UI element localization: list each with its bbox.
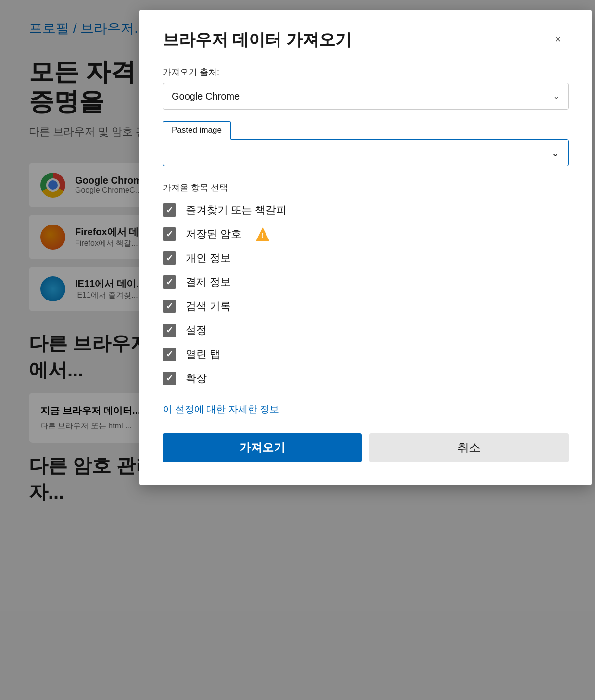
checkbox-list: 즐겨찾기 또는 책갈피저장된 암호개인 정보결제 정보검색 기록설정열린 탭확장 bbox=[163, 203, 569, 386]
checkbox-item-open_tabs[interactable]: 열린 탭 bbox=[163, 347, 569, 362]
checkbox-label-settings: 설정 bbox=[186, 323, 207, 338]
close-button[interactable]: × bbox=[547, 29, 569, 50]
modal-title: 브라우저 데이터 가져오기 bbox=[163, 29, 352, 51]
checkbox-item-history[interactable]: 검색 기록 bbox=[163, 299, 569, 313]
checkbox-item-settings[interactable]: 설정 bbox=[163, 323, 569, 338]
modal-header: 브라우저 데이터 가져오기 × bbox=[163, 29, 569, 51]
source-label: 가져오기 출처: bbox=[163, 66, 569, 78]
import-browser-data-modal: 브라우저 데이터 가져오기 × 가져오기 출처: Google Chrome F… bbox=[139, 10, 592, 485]
import-button[interactable]: 가져오기 bbox=[163, 433, 362, 462]
checkbox-item-passwords[interactable]: 저장된 암호 bbox=[163, 227, 569, 241]
checkbox-bookmarks[interactable] bbox=[163, 203, 176, 217]
profile-select[interactable]: ⌄ bbox=[163, 139, 569, 166]
checkbox-settings[interactable] bbox=[163, 324, 176, 337]
checkbox-label-history: 검색 기록 bbox=[186, 299, 231, 313]
checkbox-open_tabs[interactable] bbox=[163, 348, 176, 361]
source-select-wrapper: Google Chrome Firefox Internet Explorer … bbox=[163, 83, 569, 110]
checkbox-item-payment[interactable]: 결제 정보 bbox=[163, 275, 569, 289]
checkbox-extensions[interactable] bbox=[163, 372, 176, 385]
checkbox-label-passwords: 저장된 암호 bbox=[186, 227, 241, 241]
profile-tab: Pasted image bbox=[163, 121, 231, 140]
info-link[interactable]: 이 설정에 대한 자세한 정보 bbox=[163, 403, 569, 416]
checkbox-item-bookmarks[interactable]: 즐겨찾기 또는 책갈피 bbox=[163, 203, 569, 217]
items-section-label: 가져올 항목 선택 bbox=[163, 182, 569, 193]
checkbox-label-personal_info: 개인 정보 bbox=[186, 251, 231, 265]
cancel-button[interactable]: 취소 bbox=[369, 433, 569, 462]
checkbox-item-personal_info[interactable]: 개인 정보 bbox=[163, 251, 569, 265]
checkbox-label-extensions: 확장 bbox=[186, 371, 207, 386]
checkbox-payment[interactable] bbox=[163, 275, 176, 289]
checkbox-personal_info[interactable] bbox=[163, 251, 176, 265]
checkbox-label-open_tabs: 열린 탭 bbox=[186, 347, 220, 362]
warning-icon bbox=[256, 227, 269, 241]
modal-footer: 가져오기 취소 bbox=[163, 433, 569, 462]
checkbox-passwords[interactable] bbox=[163, 227, 176, 241]
checkbox-label-payment: 결제 정보 bbox=[186, 275, 231, 289]
profile-dropdown-container: Pasted image ⌄ bbox=[163, 139, 569, 166]
source-select[interactable]: Google Chrome Firefox Internet Explorer … bbox=[163, 83, 569, 110]
checkbox-history[interactable] bbox=[163, 300, 176, 313]
checkbox-item-extensions[interactable]: 확장 bbox=[163, 371, 569, 386]
checkbox-label-bookmarks: 즐겨찾기 또는 책갈피 bbox=[186, 203, 287, 217]
profile-dropdown-arrow: ⌄ bbox=[551, 147, 559, 159]
